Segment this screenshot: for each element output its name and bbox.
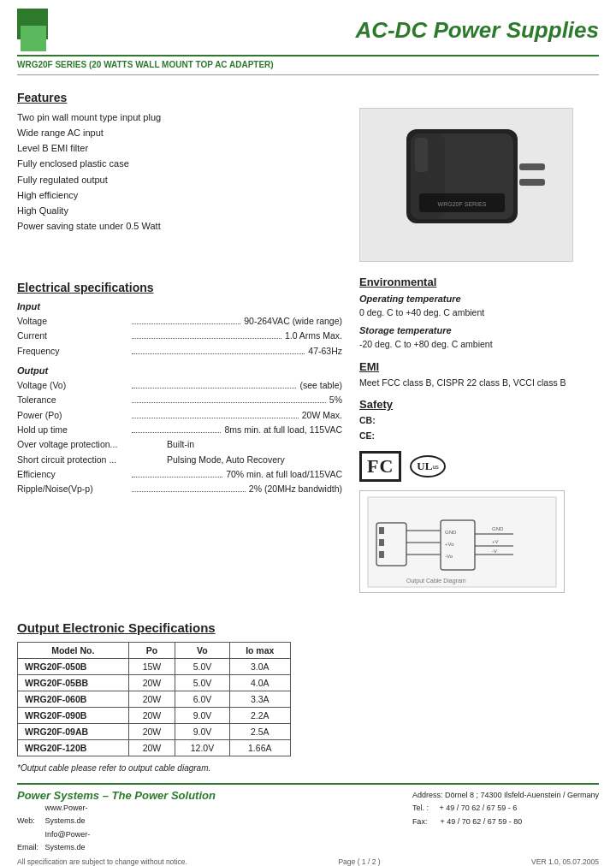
safety-ce: CE: xyxy=(359,429,599,444)
product-image-area: WRG20F SERIES xyxy=(359,82,599,262)
ul-superscript: us xyxy=(432,464,438,470)
spec-val: 20W Max. xyxy=(302,408,342,423)
cell-vo: 5.0V xyxy=(175,675,229,691)
features-list: Two pin wall mount type input plug Wide … xyxy=(17,110,342,234)
spec-key: Efficiency xyxy=(17,467,128,482)
cell-po: 15W xyxy=(128,659,175,675)
cell-po: 20W xyxy=(128,740,175,756)
table-row: WRG20F-060B 20W 6.0V 3.3A xyxy=(18,691,291,708)
list-item: High efficiency xyxy=(17,187,342,203)
svg-rect-3 xyxy=(519,163,545,170)
cell-io: 2.5A xyxy=(229,724,290,740)
cell-model: WRG20F-09AB xyxy=(18,724,129,740)
fax-label: Fax: xyxy=(412,817,428,826)
table-row: WRG20F-050B 15W 5.0V 3.0A xyxy=(18,659,291,675)
table-row: WRG20F-120B 20W 12.0V 1.66A xyxy=(18,740,291,756)
svg-rect-12 xyxy=(379,551,384,558)
web-value: www.Power-Systems.de xyxy=(45,802,71,828)
footer-left: Power Systems – The Power Solution Web: … xyxy=(17,789,216,854)
emi-value: Meet FCC class B, CISPR 22 class B, VCCI… xyxy=(359,376,599,390)
svg-rect-4 xyxy=(519,179,545,186)
dots xyxy=(132,402,326,403)
dots xyxy=(132,432,221,433)
col-header-io: Io max xyxy=(229,643,290,659)
features-section: Features Two pin wall mount type input p… xyxy=(17,82,342,262)
cell-model: WRG20F-050B xyxy=(18,659,129,675)
bottom-area: Output Electronic Specifications Model N… xyxy=(17,607,599,773)
cell-vo: 5.0V xyxy=(175,659,229,675)
spec-efficiency: Efficiency 70% min. at full load/115VAC xyxy=(17,467,342,482)
output-title: Output Electronic Specifications xyxy=(17,620,291,635)
list-item: Wide range AC input xyxy=(17,125,342,140)
spec-val: 2% (20MHz bandwidth) xyxy=(249,482,342,496)
dots xyxy=(132,418,299,418)
adapter-svg: WRG20F SERIES xyxy=(372,112,560,258)
output-note: *Output cable please refer to output cab… xyxy=(17,763,291,773)
dots xyxy=(132,491,246,492)
spec-key: Voltage (Vo) xyxy=(17,378,128,393)
emi-title: EMI xyxy=(359,360,599,373)
list-item: High Quality xyxy=(17,203,342,218)
header: AC-DC Power Supplies xyxy=(0,0,616,51)
svg-rect-5 xyxy=(415,138,428,172)
table-row: WRG20F-05BB 20W 5.0V 4.0A xyxy=(18,675,291,691)
specs-row: Electrical specifications Input Voltage … xyxy=(17,272,599,593)
address-line: Address: Dörnel 8 ; 74300 Ilsfeld-Auenst… xyxy=(412,789,599,802)
version: VER 1.0, 05.07.2005 xyxy=(531,857,599,866)
spec-voltage-vo: Voltage (Vo) (see table) xyxy=(17,378,342,393)
footer: Power Systems – The Power Solution Web: … xyxy=(17,783,599,866)
features-row: Features Two pin wall mount type input p… xyxy=(17,82,599,262)
dots xyxy=(132,338,281,339)
cell-po: 20W xyxy=(128,691,175,708)
list-item: Fully regulated output xyxy=(17,172,342,187)
operating-value: 0 deg. C to +40 deg. C ambient xyxy=(359,305,599,320)
spec-val: Pulsing Mode, Auto Recovery xyxy=(167,453,285,467)
operating-subtitle: Operating temperature xyxy=(359,294,599,304)
storage-subtitle: Storage temperature xyxy=(359,325,599,335)
spec-key: Hold up time xyxy=(17,423,128,437)
safety-cb: CB: xyxy=(359,413,599,429)
tel-value: + 49 / 70 62 / 67 59 - 6 xyxy=(439,804,517,812)
spec-key: Tolerance xyxy=(17,393,128,407)
cell-io: 3.0A xyxy=(229,659,290,675)
footer-brand: Power Systems – The Power Solution xyxy=(17,789,216,802)
storage-value: -20 deg. C to +80 deg. C ambient xyxy=(359,337,599,352)
footer-contact: Web: www.Power-Systems.de Email: Info@Po… xyxy=(17,802,216,854)
svg-text:-Vo: -Vo xyxy=(445,554,453,559)
fc-logo: FC xyxy=(359,451,401,482)
input-subtitle: Input xyxy=(17,301,342,311)
disclaimer: All specification are subject to change … xyxy=(17,857,187,866)
spec-val: 70% min. at full load/115VAC xyxy=(226,467,342,482)
product-image: WRG20F SERIES xyxy=(359,108,573,262)
col-header-po: Po xyxy=(128,643,175,659)
dots xyxy=(132,477,222,477)
logo xyxy=(17,9,65,51)
spec-val: Built-in xyxy=(167,437,194,452)
svg-text:Output Cable Diagram: Output Cable Diagram xyxy=(406,578,466,584)
page-number: Page ( 1 / 2 ) xyxy=(338,857,380,866)
series-divider xyxy=(17,74,599,75)
cert-logos: FC UL us xyxy=(359,451,599,482)
cell-model: WRG20F-060B xyxy=(18,691,129,708)
spec-ovp: Over voltage protection... Built-in xyxy=(17,437,342,452)
footer-email: Email: Info@Power-Systems.de xyxy=(17,828,216,855)
series-title: WRG20F SERIES (20 WATTS WALL MOUNT TOP A… xyxy=(0,56,616,73)
spec-power: Power (Po) 20W Max. xyxy=(17,408,342,423)
spec-voltage: Voltage 90-264VAC (wide range) xyxy=(17,314,342,329)
spec-val: 8ms min. at full load, 115VAC xyxy=(224,423,342,437)
spec-val: 1.0 Arms Max. xyxy=(285,329,342,343)
svg-text:+V: +V xyxy=(492,539,499,544)
dots xyxy=(132,388,296,389)
tel-label: Tel. : xyxy=(412,804,429,812)
email-value: Info@Power-Systems.de xyxy=(45,828,71,855)
col-header-vo: Vo xyxy=(175,643,229,659)
spec-key: Ripple/Noise(Vp-p) xyxy=(17,482,128,496)
cell-io: 4.0A xyxy=(229,675,290,691)
list-item: Two pin wall mount type input plug xyxy=(17,110,342,125)
output-subtitle: Output xyxy=(17,365,342,376)
fax-value: + 49 / 70 62 / 67 59 - 80 xyxy=(440,817,522,826)
output-section: Output Electronic Specifications Model N… xyxy=(17,620,291,773)
electrical-title: Electrical specifications xyxy=(17,281,342,294)
spec-val: 5% xyxy=(329,393,342,407)
footer-bottom: All specification are subject to change … xyxy=(17,857,599,866)
